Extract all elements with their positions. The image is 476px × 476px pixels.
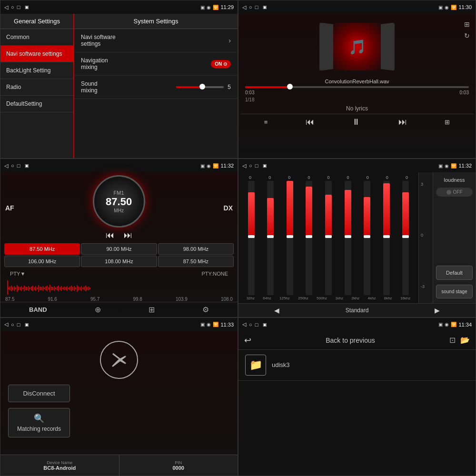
slider-thumb[interactable] (199, 84, 205, 89)
eq-knob-32[interactable] (248, 235, 255, 238)
eq-bar-4k[interactable] (377, 181, 396, 295)
eq-knob-125[interactable] (287, 235, 293, 238)
settings-icon[interactable]: ⚙ (202, 305, 209, 314)
screenshot-icon-1: ▣ (25, 5, 29, 10)
recent-icon-3[interactable]: □ (17, 163, 20, 169)
search-icon[interactable]: ⊕ (95, 305, 101, 314)
recent-icon-2[interactable]: □ (255, 4, 258, 10)
status-left-2: ◁ ○ □ ▣ (242, 4, 267, 10)
eq-prev-button[interactable]: ◀ (274, 307, 279, 314)
default-button[interactable]: Default (436, 266, 473, 280)
eq-track-64[interactable] (267, 181, 274, 295)
eq-knob-1k[interactable] (345, 235, 351, 238)
scale-mid: 0 (421, 233, 431, 238)
preset-3[interactable]: 98.00 MHz (158, 243, 234, 255)
sidebar-item-common[interactable]: Common (0, 29, 73, 46)
sound-slider-container[interactable]: 5 (176, 84, 231, 90)
setting-row-nav-mix[interactable]: Navigationmixing ON ⊙ (74, 52, 238, 76)
preset-2[interactable]: 90.00 MHz (81, 243, 157, 255)
eq-knob-500[interactable] (325, 235, 332, 238)
preset-5[interactable]: 108.00 MHz (81, 256, 157, 267)
prev-station-button[interactable]: ⏮ (106, 230, 114, 240)
home-icon-3[interactable]: ○ (11, 163, 14, 169)
home-icon-1[interactable]: ○ (11, 4, 14, 10)
sidebar-item-radio[interactable]: Radio (0, 79, 73, 96)
back-icon-6[interactable]: ◁ (242, 321, 246, 327)
folder-icon[interactable]: 📂 (460, 336, 470, 345)
setting-label-nav-mix: Navigationmixing (81, 57, 108, 70)
sidebar-item-default[interactable]: DefaultSetting (0, 96, 73, 112)
eq-bar-1k[interactable] (339, 181, 357, 295)
sidebar-item-navi[interactable]: Navi software settings (0, 46, 73, 62)
status-left-4: ◁ ○ □ ▣ (242, 163, 267, 169)
back-icon-5[interactable]: ◁ (4, 321, 8, 327)
refresh-icon[interactable]: ↻ (464, 32, 470, 40)
back-previous-button[interactable]: ↩ (244, 335, 251, 346)
recent-icon-4[interactable]: □ (255, 163, 258, 169)
eq-knob-4k[interactable] (383, 235, 390, 238)
eq-bar-500[interactable] (319, 181, 337, 295)
eq-bar-250[interactable] (300, 181, 318, 295)
toggle-on-icon[interactable]: ON ⊙ (211, 60, 231, 68)
playlist-icon[interactable]: ≡ (264, 119, 268, 126)
progress-bar[interactable] (245, 86, 469, 88)
preset-1[interactable]: 87.50 MHz (4, 243, 80, 255)
eq-track-125[interactable] (287, 181, 293, 295)
device-name-cell: Device Name BC8-Android (0, 455, 119, 476)
eq-knob-2k[interactable] (364, 235, 370, 238)
sidebar-item-backlight[interactable]: BackLight Setting (0, 62, 73, 79)
recent-icon-1[interactable]: □ (17, 4, 20, 10)
eq-track-2k[interactable] (364, 181, 370, 295)
recent-icon-5[interactable]: □ (17, 322, 20, 327)
progress-thumb[interactable] (287, 84, 293, 89)
file-item-udisk3[interactable]: 📁 udisk3 (238, 350, 476, 381)
home-icon-2[interactable]: ○ (249, 4, 252, 10)
setting-row-navi[interactable]: Navi softwaresettings › (74, 29, 238, 52)
next-track-button[interactable]: ⏭ (398, 117, 407, 127)
eq-bar-2k[interactable] (358, 181, 376, 295)
home-icon-6[interactable]: ○ (249, 322, 252, 327)
home-icon-5[interactable]: ○ (11, 322, 14, 327)
eq-next-button[interactable]: ▶ (435, 307, 440, 314)
disconnect-button[interactable]: DisConnect (8, 385, 70, 402)
eq-track-1k[interactable] (345, 181, 351, 295)
eq-bar-8k[interactable] (397, 181, 415, 295)
band-button[interactable]: BAND (29, 306, 47, 313)
eq-bar-64[interactable] (262, 181, 280, 295)
loudness-toggle[interactable]: OFF (436, 188, 473, 197)
back-icon-4[interactable]: ◁ (242, 163, 246, 169)
slider-track[interactable] (176, 86, 224, 88)
back-icon-3[interactable]: ◁ (4, 163, 8, 169)
eq-knob-250[interactable] (306, 235, 312, 238)
eq-bar-32[interactable] (242, 181, 260, 295)
prev-track-button[interactable]: ⏮ (306, 117, 314, 127)
eq-track-500[interactable] (325, 181, 332, 295)
eq-track-250[interactable] (306, 181, 312, 295)
time-5: 11:33 (220, 322, 234, 327)
back-icon-2[interactable]: ◁ (242, 4, 246, 10)
signal-icon-5: ▣ (200, 322, 205, 327)
copy-icon[interactable]: ⊡ (449, 336, 456, 345)
eq-track-4k[interactable] (383, 181, 390, 295)
eq-track-8k[interactable] (402, 181, 409, 295)
pause-button[interactable]: ⏸ (352, 117, 360, 127)
eq-val-2: 0 (288, 175, 290, 180)
preset-4[interactable]: 106.00 MHz (4, 256, 80, 267)
back-icon-1[interactable]: ◁ (4, 4, 8, 10)
eq-bars-icon[interactable]: ⊞ (464, 20, 470, 28)
matching-records-button[interactable]: 🔍 Matching records (8, 408, 70, 437)
next-station-button[interactable]: ⏭ (124, 230, 132, 240)
eq-track-32[interactable] (248, 181, 255, 295)
preset-6[interactable]: 87.50 MHz (158, 256, 234, 267)
soundstage-button[interactable]: sound stage (436, 285, 473, 298)
recent-icon-6[interactable]: □ (255, 322, 258, 327)
home-icon-4[interactable]: ○ (249, 163, 252, 169)
eq-icon[interactable]: ⊞ (149, 305, 155, 314)
eq-knob-8k[interactable] (402, 235, 409, 238)
radio-dial[interactable]: FM1 87.50 MHz (93, 175, 145, 228)
eq-bar-125[interactable] (281, 181, 299, 295)
settings-sidebar: General Settings Common Navi software se… (0, 14, 74, 158)
signal-icon-2: ▣ (438, 5, 443, 10)
search-music-icon[interactable]: ⊞ (445, 119, 450, 126)
eq-knob-64[interactable] (267, 235, 274, 238)
